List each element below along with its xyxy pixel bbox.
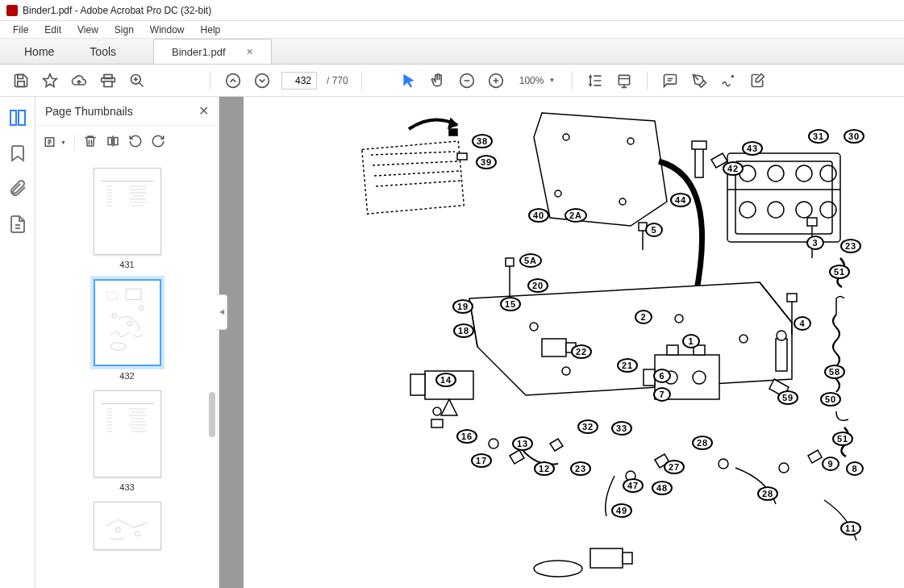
highlight-icon[interactable] (689, 71, 709, 90)
svg-rect-58 (431, 419, 443, 427)
callout-48: 48 (652, 481, 673, 495)
callout-28: 28 (692, 436, 713, 450)
svg-point-68 (777, 331, 786, 340)
tab-file-label: Binder1.pdf (172, 46, 226, 58)
menu-edit[interactable]: Edit (36, 23, 69, 37)
thumbnail-item[interactable]: ━━━━━━━━━━━━━━━━━━━━━ ━━━━━━━━━━━━━━━━━━… (35, 163, 219, 274)
rotate-cw-icon[interactable] (151, 134, 165, 151)
tab-home[interactable]: Home (6, 40, 72, 64)
callout-19: 19 (452, 299, 473, 314)
tab-file[interactable]: Binder1.pdf × (153, 39, 272, 64)
parts-diagram (244, 97, 904, 588)
page-number-input[interactable] (281, 72, 317, 90)
zoom-level-select[interactable]: 100% ▼ (515, 73, 560, 89)
callout-18: 18 (453, 323, 474, 338)
callout-5A: 5A (519, 253, 542, 268)
thumbnail-item[interactable]: ━━━━━━━━━━━━━━━━━━━━━━━━ ━━━━━━━━━━━━━━━… (35, 386, 219, 497)
bookmarks-rail-icon[interactable] (8, 144, 27, 163)
callout-2A: 2A (564, 208, 587, 223)
insert-pages-icon[interactable] (106, 134, 120, 151)
fit-page-icon[interactable] (614, 71, 634, 90)
callout-47: 47 (623, 478, 644, 493)
window-title: Binder1.pdf - Adobe Acrobat Pro DC (32-b… (23, 5, 211, 16)
svg-rect-11 (10, 111, 16, 125)
svg-rect-4 (104, 81, 112, 86)
star-icon[interactable] (40, 71, 60, 90)
callout-9: 9 (822, 457, 839, 471)
fit-width-icon[interactable] (585, 71, 605, 90)
callout-44: 44 (670, 193, 691, 207)
svg-rect-59 (542, 339, 566, 357)
panel-header: Page Thumbnails ✕ (35, 97, 219, 126)
callout-59: 59 (777, 390, 798, 405)
menu-view[interactable]: View (69, 23, 106, 37)
svg-point-7 (256, 73, 269, 87)
close-tab-icon[interactable]: × (247, 45, 253, 58)
attachments-rail-icon[interactable] (8, 179, 27, 198)
svg-rect-72 (807, 218, 817, 226)
rotate-ccw-icon[interactable] (128, 134, 143, 151)
thumbs-scrollbar[interactable] (208, 158, 216, 588)
menu-window[interactable]: Window (142, 23, 193, 37)
thumbnails-rail-icon[interactable] (8, 108, 27, 127)
acrobat-logo-icon (6, 5, 18, 16)
page-up-icon[interactable] (223, 71, 243, 90)
document-area[interactable]: 3839402A4454243313032351419155A201821422… (219, 97, 904, 588)
zoom-in-icon[interactable] (486, 71, 506, 90)
svg-point-6 (227, 73, 240, 87)
svg-line-29 (371, 152, 455, 155)
svg-rect-17 (106, 292, 117, 300)
menu-file[interactable]: File (5, 23, 36, 37)
svg-rect-78 (623, 553, 632, 564)
callout-2: 2 (635, 310, 652, 324)
titlebar: Binder1.pdf - Adobe Acrobat Pro DC (32-b… (0, 0, 904, 21)
callout-6: 6 (653, 369, 671, 383)
callout-42: 42 (723, 161, 744, 176)
svg-rect-16 (126, 289, 141, 299)
svg-point-20 (139, 306, 144, 311)
options-icon[interactable]: ▼ (44, 135, 66, 149)
zoom-out-icon[interactable] (457, 71, 477, 90)
find-icon[interactable] (127, 71, 147, 90)
print-icon[interactable] (98, 71, 118, 90)
thumbnail-item[interactable] (35, 497, 219, 560)
svg-point-57 (433, 407, 441, 415)
hand-tool-icon[interactable] (428, 71, 448, 90)
page-gutter (219, 97, 244, 588)
separator (572, 71, 573, 90)
callout-28: 28 (757, 486, 778, 501)
thumbnails-list[interactable]: ━━━━━━━━━━━━━━━━━━━━━ ━━━━━━━━━━━━━━━━━━… (35, 158, 219, 588)
callout-50: 50 (820, 392, 841, 407)
callout-32: 32 (577, 419, 598, 434)
collapse-panel-handle[interactable] (216, 294, 227, 330)
callout-13: 13 (512, 436, 533, 451)
page-down-icon[interactable] (252, 71, 272, 90)
delete-icon[interactable] (83, 134, 98, 151)
svg-rect-67 (776, 339, 787, 371)
selection-tool-icon[interactable] (399, 71, 419, 90)
svg-line-31 (374, 171, 460, 176)
thumbnail-item[interactable]: 432 (35, 274, 219, 386)
sign-icon[interactable] (719, 71, 738, 90)
thumb-label: 433 (55, 482, 199, 492)
svg-point-23 (135, 532, 140, 536)
svg-point-21 (110, 343, 126, 351)
callout-49: 49 (611, 503, 632, 518)
menu-help[interactable]: Help (193, 23, 229, 37)
comment-icon[interactable] (660, 71, 680, 90)
svg-point-76 (779, 463, 789, 473)
callout-22: 22 (571, 344, 592, 359)
save-icon[interactable] (11, 71, 31, 90)
close-panel-icon[interactable]: ✕ (198, 103, 209, 119)
callout-51: 51 (832, 432, 853, 446)
callout-11: 11 (840, 521, 861, 536)
layers-rail-icon[interactable] (8, 215, 27, 234)
thumb-label: 431 (55, 260, 199, 269)
callout-58: 58 (824, 365, 845, 379)
main-area: Page Thumbnails ✕ ▼ ━━━━━━━━━━━━━━━━━━━━… (0, 97, 904, 588)
svg-rect-33 (449, 129, 457, 136)
menu-sign[interactable]: Sign (106, 23, 142, 37)
edit-pdf-icon[interactable] (748, 71, 767, 90)
cloud-upload-icon[interactable] (69, 71, 89, 90)
tab-tools[interactable]: Tools (72, 40, 134, 64)
